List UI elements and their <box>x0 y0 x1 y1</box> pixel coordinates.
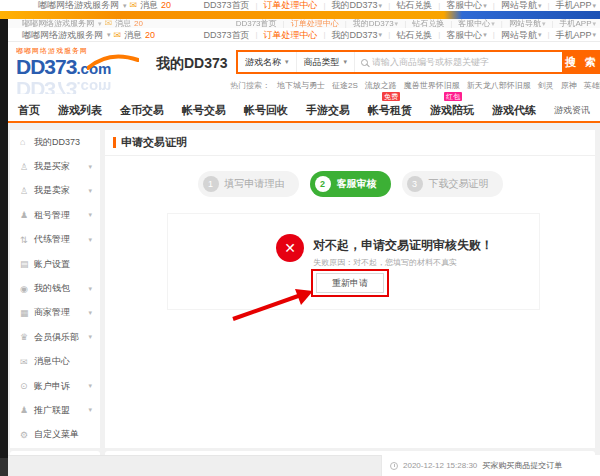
chevron-down-icon: ▾ <box>88 211 92 219</box>
separator: | <box>438 0 440 11</box>
sidebar-item[interactable]: ♛ 会员俱乐部 ▾ <box>10 325 100 349</box>
hot-search-label: 热门搜索： <box>230 80 270 91</box>
utility-link[interactable]: | 钻石兑换 ▾ <box>382 0 432 11</box>
utility-link[interactable]: | 客服中心 ▾ <box>432 0 487 11</box>
chevron-down-icon: ▾ <box>88 285 92 293</box>
utility-link[interactable]: | 钻石兑换 ▾ <box>382 28 432 42</box>
sidebar-item[interactable]: ♟ 推广联盟 ▾ <box>10 398 100 422</box>
game-name-dropdown[interactable]: 游戏名称 ▾ <box>238 52 296 72</box>
sidebar-item[interactable]: ♙ 我是买家 ▾ <box>10 154 100 178</box>
message-link[interactable]: 消息 <box>115 19 131 28</box>
utility-link[interactable]: | DD373首页 ▾ <box>203 0 249 11</box>
sidebar-item[interactable]: ⊙ 账户申诉 ▾ <box>10 374 100 398</box>
dd373-logo[interactable]: 嘟嘟网络游戏服务网 DD373.com DD373.com <box>16 46 141 94</box>
sidebar-item-label: 账户申诉 <box>34 380 88 393</box>
utility-link-label: DD373首页 <box>236 19 277 28</box>
nav-item[interactable]: 免费 帐号租赁 <box>368 103 412 118</box>
rent-account-icon: ♟ <box>20 210 34 220</box>
utility-link[interactable]: | 网站导航 ▾ <box>487 0 542 11</box>
progress-step: 2 客服审核 <box>310 171 391 197</box>
utility-link-label: 钻石兑换 <box>412 19 444 28</box>
utility-link-label: 网站导航 <box>501 0 537 11</box>
sidebar-item[interactable]: ▤ 账户设置 ▾ <box>10 252 100 276</box>
nav-item[interactable]: 首页 <box>18 103 40 118</box>
nav-item[interactable]: 游戏列表 <box>58 103 102 118</box>
gradient-banner <box>0 11 600 19</box>
sidebar-item-label: 会员俱乐部 <box>34 331 88 344</box>
nav-item[interactable]: 游戏代练 <box>492 103 536 118</box>
sidebar-item[interactable]: ♟ 租号管理 ▾ <box>10 203 100 227</box>
reapply-button[interactable]: 重新申请 <box>316 273 384 293</box>
utility-link[interactable]: | 网站导航 ▾ <box>495 19 546 28</box>
utility-link[interactable]: | 钻石兑换 ▾ <box>398 19 444 28</box>
site-switcher[interactable]: 嘟嘟网络游戏服务网 ▾ ✉ 消息 20 <box>22 28 155 42</box>
product-type-dropdown[interactable]: 商品类型 ▾ <box>296 52 355 72</box>
utility-link[interactable]: | 手机APP ▾ <box>545 19 596 28</box>
chevron-down-icon: ▾ <box>98 19 102 28</box>
hot-search-keyword[interactable]: 英雄联盟手游国际服 <box>584 80 600 91</box>
message-count-badge: 20 <box>145 28 155 42</box>
nav-item[interactable]: 金币交易 <box>120 103 164 118</box>
hot-search-keyword[interactable]: 地下城与勇士 <box>277 80 325 91</box>
utility-link[interactable]: | 我的DD373 ▾ <box>318 28 383 42</box>
hot-search-keyword[interactable]: 新天龙八部怀旧服 <box>467 80 531 91</box>
sidebar-item-label: 租号管理 <box>34 209 88 222</box>
search-input[interactable] <box>372 52 562 72</box>
page-title: 申请交易证明 <box>121 135 187 150</box>
nav-right-link[interactable]: 游戏资讯 <box>554 104 590 117</box>
hot-search-keyword[interactable]: 流放之路 <box>365 80 397 91</box>
site-switcher[interactable]: 嘟嘟网络游戏服务网 ▾ ✉ 消息 20 <box>38 0 171 11</box>
hot-search-keyword[interactable]: 征途2S <box>332 80 358 91</box>
hot-search-keyword[interactable]: 原神 <box>561 80 577 91</box>
utility-link[interactable]: | 网站导航 ▾ <box>487 28 542 42</box>
nav-item[interactable]: 手游交易 <box>306 103 350 118</box>
message-link[interactable]: 消息 <box>140 0 158 11</box>
page-utility-bar: 嘟嘟网络游戏服务网 ▾ ✉ 消息 20 | DD373首页 ▾ | 订单处理中心… <box>8 28 600 42</box>
utility-link-label: 网站导航 <box>501 28 537 42</box>
utility-link[interactable]: | 手机APP ▾ <box>541 0 596 11</box>
chevron-down-icon: ▾ <box>592 0 596 11</box>
utility-link[interactable]: | 订单处理中心 ▾ <box>277 19 339 28</box>
utility-link[interactable]: | DD373首页 ▾ <box>203 28 249 42</box>
utility-link[interactable]: | 订单处理中心 ▾ <box>249 28 317 42</box>
sidebar-item[interactable]: ♙ 我是卖家 ▾ <box>10 179 100 203</box>
sidebar-item[interactable]: ▦ 商家管理 ▾ <box>10 301 100 325</box>
utility-link[interactable]: | 手机APP ▾ <box>541 28 596 42</box>
nav-item[interactable]: 帐号回收 <box>244 103 288 118</box>
sidebar-item[interactable]: ⌂ 我的DD373 ▾ <box>10 130 100 154</box>
nav-item[interactable]: 红包 游戏陪玩 <box>430 103 474 118</box>
sidebar-item[interactable]: ✉ 消息中心 ▾ <box>10 350 100 374</box>
utility-link[interactable]: | 我的DD373 ▾ <box>318 0 383 11</box>
activity-text: 买家购买商品提交订单 <box>482 460 562 471</box>
audit-result-box: ✕ 对不起，申请交易证明审核失败！ 失败原因：对不起，您填写的材料不真实 重新申… <box>167 213 540 310</box>
hot-search-keyword[interactable]: 剑灵 <box>538 80 554 91</box>
site-header: 嘟嘟网络游戏服务网 DD373.com DD373.com 我的DD373 游戏… <box>8 42 600 99</box>
sidebar-item-label: 消息中心 <box>34 355 92 368</box>
sidebar-item[interactable]: ⚙ 自定义菜单 ▾ <box>10 423 100 447</box>
nav-badge: 免费 <box>382 92 400 101</box>
separator: | <box>547 28 549 42</box>
utility-link[interactable]: | 客服中心 ▾ <box>432 28 487 42</box>
clock-icon <box>390 462 398 470</box>
sidebar-item[interactable]: ◉ 我的钱包 ▾ <box>10 276 100 300</box>
progress-step: 3 下载交易证明 <box>402 171 503 197</box>
hot-search-keyword[interactable]: 魔兽世界怀旧服 <box>404 80 460 91</box>
utility-link[interactable]: | 客服中心 ▾ <box>444 19 495 28</box>
error-x-icon: ✕ <box>276 234 304 262</box>
nav-item[interactable]: 帐号交易 <box>182 103 226 118</box>
alliance-icon: ♟ <box>20 405 34 415</box>
account-settings-icon: ▤ <box>20 259 34 269</box>
search-button[interactable]: 搜 索 <box>562 52 600 72</box>
progress-step: 1 填写申请理由 <box>198 171 299 197</box>
sidebar-item-label: 我是买家 <box>34 160 88 173</box>
appeal-icon: ⊙ <box>20 381 34 391</box>
nav-item-label: 游戏陪玩 <box>430 104 474 116</box>
utility-link-label: 手机APP <box>555 0 591 11</box>
utility-link[interactable]: | 订单处理中心 ▾ <box>249 0 317 11</box>
site-switcher[interactable]: 嘟嘟网络游戏服务网 ▾ ✉ 消息 20 <box>22 19 143 28</box>
message-link[interactable]: 消息 <box>124 28 142 42</box>
utility-link[interactable]: | 我的DD373 ▾ <box>339 19 399 28</box>
utility-link[interactable]: | DD373首页 ▾ <box>236 19 277 28</box>
sidebar-item[interactable]: ⇅ 代练管理 ▾ <box>10 228 100 252</box>
separator: | <box>324 28 326 42</box>
